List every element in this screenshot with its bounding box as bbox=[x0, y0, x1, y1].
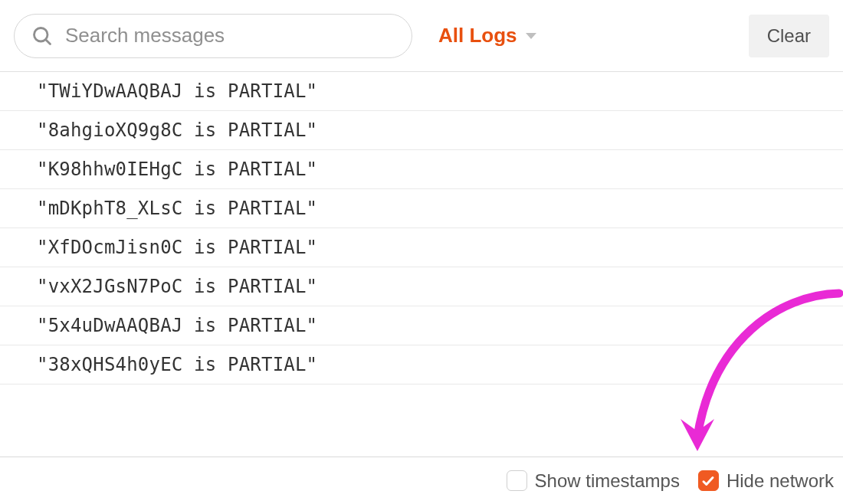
log-row[interactable]: "K98hhw0IEHgC is PARTIAL" bbox=[0, 150, 843, 189]
log-filter-dropdown[interactable]: All Logs bbox=[438, 24, 537, 47]
log-list: "TWiYDwAAQBAJ is PARTIAL" "8ahgioXQ9g8C … bbox=[0, 72, 843, 385]
show-timestamps-label: Show timestamps bbox=[535, 470, 680, 492]
checkbox-checked-icon bbox=[698, 470, 719, 491]
clear-button[interactable]: Clear bbox=[749, 15, 829, 57]
checkmark-icon bbox=[701, 474, 715, 488]
hide-network-toggle[interactable]: Hide network bbox=[698, 470, 834, 492]
log-row[interactable]: "vxX2JGsN7PoC is PARTIAL" bbox=[0, 267, 843, 306]
chevron-down-icon bbox=[525, 31, 537, 41]
show-timestamps-toggle[interactable]: Show timestamps bbox=[507, 470, 680, 492]
log-row[interactable]: "mDKphT8_XLsC is PARTIAL" bbox=[0, 189, 843, 228]
toolbar: All Logs Clear bbox=[0, 0, 843, 72]
checkbox-unchecked-icon bbox=[507, 470, 527, 491]
log-row[interactable]: "TWiYDwAAQBAJ is PARTIAL" bbox=[0, 72, 843, 111]
log-row[interactable]: "8ahgioXQ9g8C is PARTIAL" bbox=[0, 111, 843, 150]
search-input[interactable] bbox=[65, 24, 395, 47]
bottom-bar: Show timestamps Hide network bbox=[0, 457, 843, 504]
log-filter-label: All Logs bbox=[438, 24, 517, 47]
svg-line-1 bbox=[46, 39, 51, 44]
hide-network-label: Hide network bbox=[727, 470, 834, 492]
log-row[interactable]: "XfDOcmJisn0C is PARTIAL" bbox=[0, 228, 843, 267]
log-row[interactable]: "5x4uDwAAQBAJ is PARTIAL" bbox=[0, 306, 843, 345]
log-row[interactable]: "38xQHS4h0yEC is PARTIAL" bbox=[0, 345, 843, 385]
search-field[interactable] bbox=[14, 14, 412, 58]
search-icon bbox=[31, 25, 53, 47]
